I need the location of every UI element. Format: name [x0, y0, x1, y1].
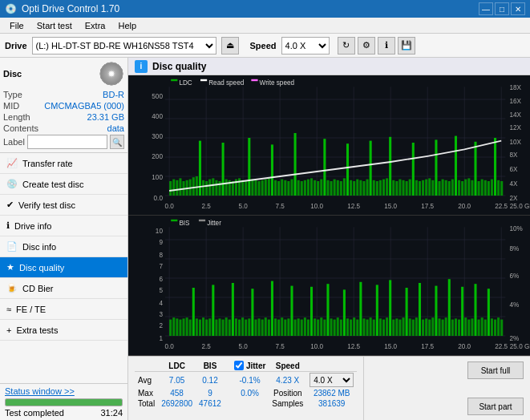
- sidebar-item-fe-te[interactable]: ≈ FE / TE: [0, 299, 127, 320]
- transfer-rate-label: Transfer rate: [22, 159, 73, 168]
- sidebar-item-create-test-disc[interactable]: 💿 Create test disc: [0, 174, 127, 195]
- col-jitter: Jitter: [231, 360, 269, 372]
- svg-rect-29: [196, 176, 198, 196]
- svg-rect-221: [330, 318, 333, 336]
- label-browse-button[interactable]: 🔍: [110, 135, 124, 149]
- svg-text:0.0: 0.0: [164, 341, 173, 350]
- close-button[interactable]: ✕: [511, 2, 525, 15]
- sidebar-item-cd-bier[interactable]: 🍺 CD Bier: [0, 278, 127, 299]
- svg-rect-35: [215, 180, 217, 196]
- svg-rect-175: [179, 320, 181, 336]
- total-bis: 47612: [196, 398, 225, 409]
- svg-rect-222: [334, 320, 336, 336]
- svg-rect-117: [484, 180, 487, 196]
- label-label: Label: [3, 137, 25, 147]
- create-test-disc-icon: 💿: [6, 179, 18, 189]
- sidebar-item-transfer-rate[interactable]: 📈 Transfer rate: [0, 153, 127, 174]
- info-button[interactable]: ℹ: [378, 37, 395, 55]
- jitter-checkbox[interactable]: [234, 361, 244, 370]
- menu-extra[interactable]: Extra: [79, 19, 112, 32]
- disc-quality-label: Disc quality: [19, 263, 64, 273]
- svg-rect-78: [356, 180, 358, 196]
- svg-rect-302: [199, 220, 205, 221]
- svg-rect-271: [494, 320, 496, 336]
- svg-rect-47: [254, 180, 257, 196]
- svg-rect-215: [310, 287, 313, 336]
- eject-button[interactable]: ⏏: [221, 37, 239, 55]
- svg-text:500: 500: [152, 91, 163, 100]
- svg-rect-43: [241, 180, 244, 196]
- svg-rect-55: [281, 180, 283, 196]
- svg-rect-79: [359, 180, 362, 196]
- avg-jitter: -0.1%: [231, 372, 269, 389]
- stats-area: LDC BIS Jitter Speed: [128, 356, 530, 420]
- drive-select[interactable]: (L:) HL-DT-ST BD-RE WH16NS58 TST4: [32, 37, 216, 55]
- svg-rect-182: [202, 317, 204, 336]
- svg-rect-173: [172, 317, 175, 336]
- svg-rect-236: [379, 318, 382, 336]
- start-part-button[interactable]: Start part: [467, 398, 524, 415]
- svg-text:6X: 6X: [509, 164, 517, 173]
- drive-info-icon: ℹ: [6, 220, 10, 231]
- svg-rect-273: [500, 320, 503, 336]
- svg-rect-263: [467, 320, 470, 336]
- table-row: Max 458 9 0.0% Position 23862 MB: [135, 388, 357, 398]
- svg-text:0.0: 0.0: [164, 201, 173, 210]
- svg-text:15.0: 15.0: [384, 201, 397, 210]
- svg-text:100: 100: [152, 172, 163, 181]
- sidebar-item-extra-tests[interactable]: + Extra tests: [0, 320, 127, 341]
- svg-rect-186: [215, 320, 217, 336]
- speed-select-2[interactable]: 4.0 X: [310, 373, 354, 387]
- menu-help[interactable]: Help: [111, 19, 143, 32]
- sidebar-item-verify-test-disc[interactable]: ✔ Verify test disc: [0, 195, 127, 216]
- sidebar-item-disc-quality[interactable]: ★ Disc quality: [0, 257, 127, 278]
- svg-rect-83: [373, 180, 375, 196]
- refresh-button[interactable]: ↻: [338, 37, 355, 55]
- svg-rect-176: [182, 318, 184, 336]
- speed-select[interactable]: 4.0 X: [281, 37, 330, 55]
- svg-text:0.0: 0.0: [154, 193, 163, 202]
- menu-start-test[interactable]: Start test: [30, 19, 79, 32]
- speed-label: Speed: [250, 41, 277, 50]
- svg-rect-246: [412, 320, 415, 336]
- stats-right: Start full Start part: [363, 357, 530, 420]
- col-empty: [225, 360, 231, 372]
- svg-rect-89: [392, 180, 394, 196]
- svg-rect-59: [294, 133, 297, 196]
- settings-button[interactable]: ⚙: [358, 37, 375, 55]
- menu-file[interactable]: File: [3, 19, 30, 32]
- svg-rect-22: [172, 180, 175, 196]
- sidebar-item-drive-info[interactable]: ℹ Drive info: [0, 216, 127, 236]
- maximize-button[interactable]: □: [495, 2, 509, 15]
- sidebar-item-disc-info[interactable]: 📄 Disc info: [0, 236, 127, 257]
- nav-items: 📈 Transfer rate 💿 Create test disc ✔ Ver…: [0, 153, 127, 383]
- svg-rect-265: [474, 284, 476, 336]
- svg-text:10X: 10X: [509, 138, 521, 147]
- svg-rect-218: [320, 317, 322, 336]
- svg-rect-32: [205, 181, 208, 196]
- svg-rect-75: [346, 143, 349, 196]
- svg-rect-270: [491, 318, 493, 336]
- svg-text:6: 6: [159, 274, 163, 283]
- svg-text:7: 7: [159, 261, 163, 270]
- svg-rect-95: [412, 143, 415, 196]
- svg-rect-116: [481, 180, 483, 196]
- svg-text:10.0: 10.0: [310, 341, 323, 350]
- svg-rect-24: [179, 178, 181, 196]
- col-speed: Speed: [269, 360, 306, 372]
- svg-rect-191: [232, 283, 234, 336]
- disc-panel-title: Disc: [3, 69, 22, 79]
- svg-rect-153: [251, 79, 257, 81]
- avg-empty: [225, 372, 231, 389]
- minimize-button[interactable]: —: [479, 2, 493, 15]
- label-input[interactable]: [27, 135, 107, 149]
- status-window-button[interactable]: Status window >>: [5, 386, 75, 396]
- svg-rect-258: [451, 320, 454, 336]
- svg-rect-178: [189, 320, 192, 336]
- start-full-button[interactable]: Start full: [467, 361, 524, 379]
- svg-text:20.0: 20.0: [458, 201, 471, 210]
- svg-rect-235: [376, 285, 378, 336]
- chart-ldc-svg: 0.0 100 200 300 400 500 2X 4X 6X 8X 10X …: [128, 75, 530, 215]
- svg-text:4: 4: [159, 298, 163, 307]
- save-button[interactable]: 💾: [398, 37, 415, 55]
